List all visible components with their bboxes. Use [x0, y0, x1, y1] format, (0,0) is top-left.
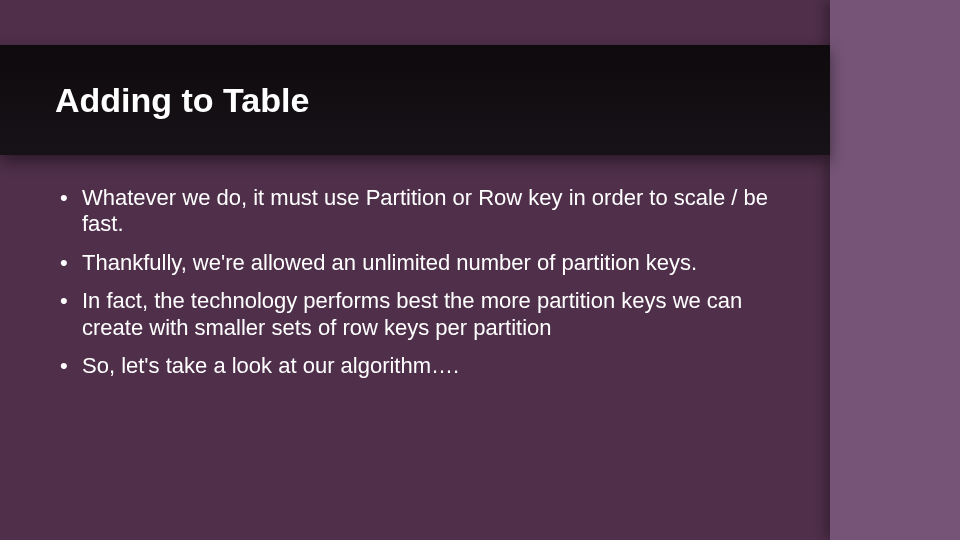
slide-title: Adding to Table: [55, 81, 309, 120]
slide-body: Whatever we do, it must use Partition or…: [60, 185, 800, 391]
list-item: Thankfully, we're allowed an unlimited n…: [60, 250, 800, 276]
title-bar: Adding to Table: [0, 45, 830, 155]
list-item: In fact, the technology performs best th…: [60, 288, 800, 341]
accent-stripe: [830, 0, 960, 540]
bullet-list: Whatever we do, it must use Partition or…: [60, 185, 800, 379]
slide: Adding to Table Whatever we do, it must …: [0, 0, 960, 540]
list-item: So, let's take a look at our algorithm….: [60, 353, 800, 379]
list-item: Whatever we do, it must use Partition or…: [60, 185, 800, 238]
